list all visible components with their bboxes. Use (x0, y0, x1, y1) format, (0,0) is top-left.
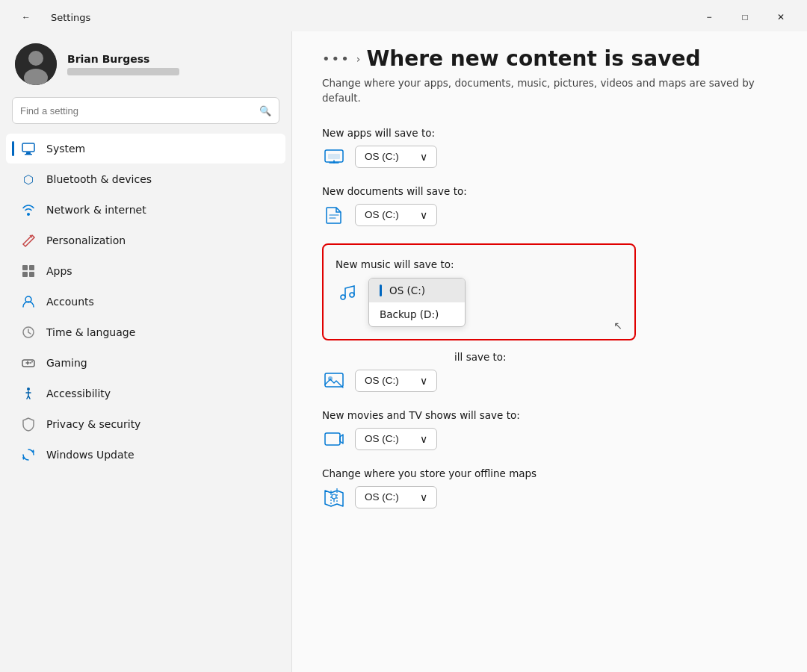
svg-rect-6 (22, 265, 28, 270)
svg-point-23 (332, 494, 336, 499)
svg-point-14 (31, 361, 33, 363)
system-icon (21, 141, 36, 156)
svg-point-19 (350, 293, 354, 297)
sidebar-profile: Brian Burgess (0, 31, 291, 97)
window-controls: − □ ✕ (692, 6, 798, 28)
update-icon (21, 447, 36, 462)
time-icon (21, 325, 36, 340)
sidebar-item-accounts[interactable]: Accounts (6, 287, 285, 317)
music-icon (336, 281, 359, 305)
svg-rect-9 (29, 272, 34, 277)
app-title: Settings (51, 12, 90, 23)
app-container: Brian Burgess 🔍 System (0, 31, 807, 672)
breadcrumb-dots: ••• (322, 51, 350, 66)
sidebar-item-label-network: Network & internet (46, 204, 146, 216)
sidebar-item-label-bluetooth: Bluetooth & devices (46, 173, 152, 185)
svg-point-13 (30, 362, 31, 364)
main-content: ••• › Where new content is saved Change … (291, 31, 807, 672)
movies-save-label: New movies and TV shows will save to: (322, 409, 777, 421)
sidebar-item-personalization[interactable]: Personalization (6, 225, 285, 255)
sidebar-item-label-personalization: Personalization (46, 234, 126, 246)
movies-save-row: New movies and TV shows will save to: OS… (322, 409, 777, 451)
sidebar-item-network[interactable]: Network & internet (6, 195, 285, 225)
movies-save-dropdown[interactable]: OS (C:) ∨ (355, 428, 437, 450)
profile-name: Brian Burgess (67, 53, 179, 65)
sidebar-item-label-time: Time & language (46, 326, 135, 338)
breadcrumb-page-title: Where new content is saved (366, 46, 700, 71)
sidebar-item-privacy[interactable]: Privacy & security (6, 409, 285, 439)
documents-save-dropdown[interactable]: OS (C:) ∨ (355, 204, 437, 226)
movies-save-control: OS (C:) ∨ (322, 427, 777, 451)
svg-rect-17 (328, 154, 340, 159)
sidebar-item-apps[interactable]: Apps (6, 256, 285, 286)
maps-save-row: Change where you store your offline maps… (322, 467, 777, 509)
titlebar: ← Settings − □ ✕ (0, 0, 807, 31)
privacy-icon (21, 417, 36, 432)
documents-save-icon (322, 203, 346, 227)
profile-email-bar (67, 68, 179, 75)
music-save-section: New music will save to: OS (C:) Backup (… (322, 243, 636, 340)
sidebar: Brian Burgess 🔍 System (0, 31, 291, 672)
maps-save-dropdown[interactable]: OS (C:) ∨ (355, 486, 437, 508)
breadcrumb-chevron: › (356, 53, 361, 65)
svg-rect-7 (29, 265, 34, 270)
apps-save-control: OS (C:) ∨ (322, 145, 777, 169)
apps-save-dropdown[interactable]: OS (C:) ∨ (355, 146, 437, 168)
partial-save-control: OS (C:) ∨ (322, 369, 777, 393)
sidebar-item-accessibility[interactable]: Accessibility (6, 379, 285, 408)
search-icon: 🔍 (259, 105, 271, 116)
search-input[interactable] (20, 105, 253, 116)
minimize-button[interactable]: − (692, 6, 726, 28)
svg-point-1 (28, 51, 43, 66)
personalization-icon (21, 233, 36, 248)
close-button[interactable]: ✕ (764, 6, 798, 28)
network-icon (21, 202, 36, 217)
maps-icon (322, 485, 346, 509)
apps-save-icon (322, 145, 346, 169)
sidebar-item-gaming[interactable]: Gaming (6, 348, 285, 378)
partial-save-label: New pictures will save to: ill save to: (322, 351, 777, 363)
sidebar-item-label-system: System (46, 143, 85, 155)
sidebar-item-label-privacy: Privacy & security (46, 418, 140, 430)
sidebar-item-label-accessibility: Accessibility (46, 388, 111, 399)
page-description: Change where your apps, documents, music… (322, 75, 770, 106)
music-dropdown-option-d[interactable]: Backup (D:) (369, 302, 465, 326)
documents-save-row: New documents will save to: OS (C:) ∨ (322, 185, 777, 227)
maximize-button[interactable]: □ (728, 6, 762, 28)
search-box[interactable]: 🔍 (12, 97, 279, 124)
dropdown-chevron-icon-5: ∨ (420, 491, 427, 503)
sidebar-item-label-apps: Apps (46, 265, 72, 277)
back-button[interactable]: ← (9, 6, 43, 28)
sidebar-item-label-accounts: Accounts (46, 296, 94, 308)
sidebar-item-system[interactable]: System (6, 134, 285, 164)
music-dropdown-option-c[interactable]: OS (C:) (369, 279, 465, 302)
svg-point-21 (328, 376, 333, 381)
svg-point-15 (27, 388, 30, 391)
sidebar-item-time[interactable]: Time & language (6, 317, 285, 347)
music-save-dropdown-open[interactable]: OS (C:) Backup (D:) (368, 278, 466, 327)
svg-rect-4 (26, 152, 31, 154)
dropdown-chevron-icon: ∨ (420, 151, 427, 163)
profile-info: Brian Burgess (67, 53, 179, 75)
svg-rect-8 (22, 272, 28, 277)
svg-rect-5 (25, 154, 32, 155)
breadcrumb: ••• › Where new content is saved (322, 46, 777, 71)
dropdown-chevron-icon-4: ∨ (420, 433, 427, 445)
avatar (15, 43, 57, 85)
sidebar-item-label-update: Windows Update (46, 449, 134, 461)
dropdown-chevron-icon-2: ∨ (420, 209, 427, 221)
sidebar-item-label-gaming: Gaming (46, 357, 87, 369)
maps-save-label: Change where you store your offline maps (322, 467, 777, 479)
documents-save-label: New documents will save to: (322, 185, 777, 197)
svg-rect-3 (22, 143, 34, 152)
sidebar-item-update[interactable]: Windows Update (6, 440, 285, 470)
apps-icon (21, 264, 36, 279)
cursor-indicator: ↖ (613, 320, 622, 332)
svg-rect-22 (325, 433, 340, 445)
music-save-control: OS (C:) Backup (D:) ↖ (336, 278, 622, 327)
maps-save-control: OS (C:) ∨ (322, 485, 777, 509)
partial-save-dropdown[interactable]: OS (C:) ∨ (355, 370, 437, 392)
accessibility-icon (21, 386, 36, 401)
pictures-icon (322, 369, 346, 393)
sidebar-item-bluetooth[interactable]: ⬡ Bluetooth & devices (6, 164, 285, 194)
